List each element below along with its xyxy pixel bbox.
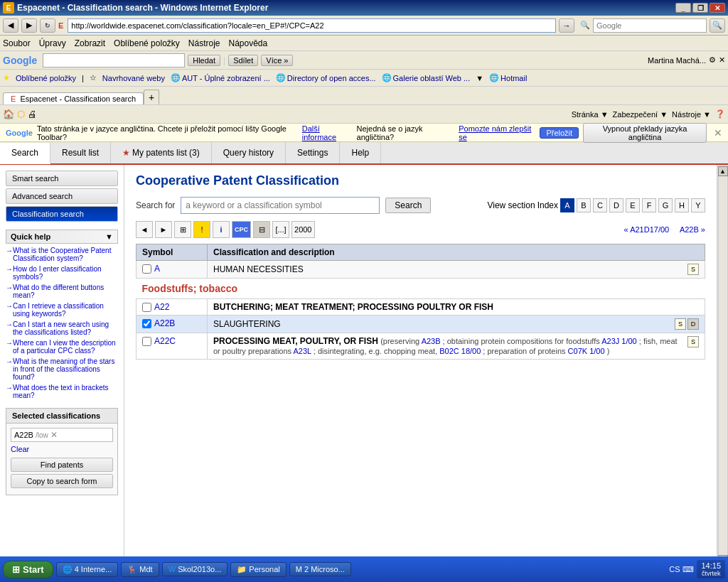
translation-info-link[interactable]: Další informace — [302, 124, 353, 141]
minimize-button[interactable]: _ — [675, 3, 691, 13]
row-a-checkbox[interactable] — [142, 264, 151, 274]
app-tab-search[interactable]: Search — [0, 143, 50, 164]
tool-next-icon[interactable]: ► — [155, 221, 172, 238]
next-nav-link[interactable]: A22B » — [680, 225, 705, 234]
find-patents-button[interactable]: Find patents — [11, 458, 113, 472]
app-tab-mypatents[interactable]: ★ My patents list (3) — [111, 142, 212, 163]
menu-oblibene[interactable]: Oblíbené položky — [114, 38, 180, 48]
fav-directory[interactable]: 🌐 Directory of open acces... — [276, 73, 376, 82]
clear-link[interactable]: Clear — [11, 445, 113, 453]
tool-prev-icon[interactable]: ◄ — [136, 221, 153, 238]
qh-link-2[interactable]: How do I enter classification symbols? — [6, 265, 118, 281]
qh-link-6[interactable]: Where can I view the description of a pa… — [6, 339, 118, 355]
link-c07k[interactable]: C07K 1/00 — [568, 347, 605, 355]
menu-upravy[interactable]: Úpravy — [39, 38, 66, 48]
go-button[interactable]: → — [559, 18, 574, 33]
taskbar-item-word[interactable]: W Skol2013o... — [162, 562, 228, 576]
scroll-up-icon[interactable]: ▲ — [718, 166, 728, 176]
row-a22c-checkbox[interactable] — [142, 337, 151, 346]
tool-bracket-icon[interactable]: [...] — [272, 221, 289, 238]
smart-search-button[interactable]: Smart search — [6, 171, 118, 186]
back-button[interactable]: ◀ — [3, 18, 18, 33]
doc-icon-a[interactable]: S — [687, 264, 699, 275]
tool-grid-icon[interactable]: ⊟ — [253, 221, 270, 238]
page-menu[interactable]: Stránka ▼ — [572, 110, 609, 119]
tool-cpc-icon[interactable]: CPC — [232, 221, 251, 238]
qh-link-7[interactable]: What is the meaning of the stars in fron… — [6, 357, 118, 381]
symbol-link-a22[interactable]: A22 — [154, 302, 169, 312]
tools-menu[interactable]: Nástroje ▼ — [672, 110, 711, 119]
refresh-button[interactable]: ↻ — [40, 18, 55, 33]
fav-galerie[interactable]: 🌐 Galerie oblastí Web ... — [382, 73, 471, 82]
google-search-button[interactable]: Hledat — [188, 55, 220, 66]
taskbar-item-mdt[interactable]: 🦌 Mdt — [121, 562, 159, 577]
tool-alert-icon[interactable]: ! — [193, 221, 210, 238]
remove-tag-icon[interactable]: ✕ — [50, 430, 58, 440]
copy-to-form-button[interactable]: Copy to search form — [11, 474, 113, 488]
doc-icon-a22b-1[interactable]: S — [675, 318, 686, 330]
advanced-search-button[interactable]: Advanced search — [6, 188, 118, 204]
link-b02c[interactable]: B02C 18/00 — [439, 347, 481, 355]
ie-search-button[interactable]: 🔍 — [710, 18, 725, 33]
symbol-link-a22b[interactable]: A22B — [154, 318, 175, 328]
print-icon[interactable]: 🖨 — [28, 109, 37, 119]
symbol-link-a[interactable]: A — [154, 264, 160, 274]
security-menu[interactable]: Zabezpečení ▼ — [613, 110, 668, 119]
alpha-btn-c[interactable]: C — [593, 198, 607, 212]
menu-zobrazit[interactable]: Zobrazit — [75, 38, 105, 48]
qh-link-3[interactable]: What do the different buttons mean? — [6, 284, 118, 299]
start-button[interactable]: ⊞ Start — [3, 561, 53, 578]
help-menu[interactable]: ❓ — [715, 109, 725, 119]
google-search-input[interactable] — [43, 53, 185, 68]
classification-search-button[interactable]: Classification search — [6, 206, 118, 222]
settings-icon[interactable]: ⚙ — [709, 55, 716, 65]
doc-icon-a22b-2[interactable]: D — [687, 318, 699, 330]
rss-icon[interactable]: ⬡ — [17, 109, 25, 119]
taskbar-item-microsoft[interactable]: M 2 Microso... — [289, 562, 351, 576]
menu-nastroje[interactable]: Nástroje — [188, 38, 220, 48]
tool-info-icon[interactable]: i — [213, 221, 230, 238]
alpha-btn-a[interactable]: A — [560, 198, 574, 212]
app-tab-help[interactable]: Help — [340, 142, 381, 163]
alpha-btn-b[interactable]: B — [577, 198, 591, 212]
window-controls[interactable]: _ ❐ ✕ — [675, 3, 725, 13]
alpha-btn-f[interactable]: F — [642, 198, 656, 212]
translation-help-link[interactable]: Pomozte nám zlepšit se — [459, 124, 535, 141]
fav-aut[interactable]: 🌐 AUT - Úplné zobrazení ... — [171, 73, 270, 82]
fav-oblibene[interactable]: Oblíbené položky — [16, 74, 76, 82]
prev-nav-link[interactable]: « A21D17/00 — [624, 225, 670, 234]
close-button[interactable]: ✕ — [710, 3, 725, 13]
alpha-btn-d[interactable]: D — [609, 198, 623, 212]
alpha-btn-y[interactable]: Y — [691, 198, 705, 212]
app-tab-result[interactable]: Result list — [50, 142, 111, 163]
alpha-btn-h[interactable]: H — [675, 198, 689, 212]
qh-link-1[interactable]: What is the Cooperative Patent Classific… — [6, 247, 118, 262]
row-a22-checkbox[interactable] — [142, 303, 151, 312]
alpha-btn-g[interactable]: G — [658, 198, 673, 212]
doc-icon-a22c[interactable]: S — [687, 336, 699, 347]
menu-napoveda[interactable]: Nápověda — [229, 38, 268, 48]
browser-tab-new[interactable]: + — [144, 90, 159, 104]
browser-tab-espacenet[interactable]: E Espacenet - Classification search — [3, 92, 144, 104]
google-share-button[interactable]: Sdílet — [228, 55, 258, 66]
restore-button[interactable]: ❐ — [692, 3, 708, 13]
taskbar-item-ie[interactable]: 🌐 4 Interne... — [56, 562, 119, 577]
address-input[interactable] — [68, 18, 556, 33]
link-a23b[interactable]: A23B — [422, 337, 441, 345]
qh-link-5[interactable]: Can I start a new search using the class… — [6, 320, 118, 336]
link-a23j[interactable]: A23J 1/00 — [601, 337, 637, 345]
qh-link-4[interactable]: Can I retrieve a classification using ke… — [6, 302, 118, 318]
fav-dropdown-icon[interactable]: ▼ — [476, 74, 483, 82]
fav-navrhowane[interactable]: Navrhované weby — [102, 74, 165, 82]
classification-search-input[interactable] — [181, 197, 380, 214]
symbol-link-a22c[interactable]: A22C — [154, 336, 176, 346]
toolbar-collapse-icon[interactable]: ✕ — [719, 55, 725, 65]
right-scrollbar[interactable]: ▲ ▼ — [717, 165, 728, 565]
google-more-button[interactable]: Více » — [261, 55, 293, 66]
taskbar-item-folder[interactable]: 📁 Personal — [230, 562, 286, 577]
tool-expand-icon[interactable]: ⊞ — [174, 221, 191, 238]
translate-button[interactable]: Přeložit — [540, 127, 579, 139]
home-icon[interactable]: 🏠 — [3, 109, 14, 119]
menu-soubor[interactable]: Soubor — [3, 38, 31, 48]
app-tab-history[interactable]: Query history — [212, 142, 286, 163]
